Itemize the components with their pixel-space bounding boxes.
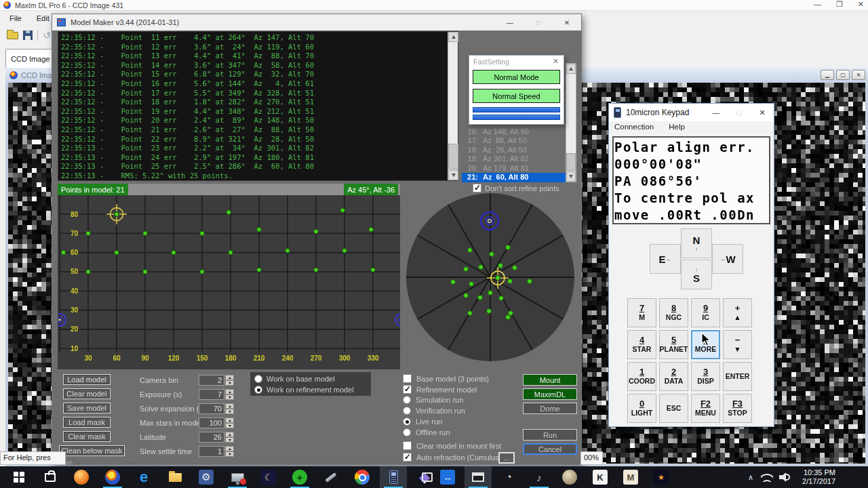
live-run-option[interactable]: Live run [403,418,442,426]
mount-button[interactable]: Mount [523,374,577,386]
key-enter[interactable]: ENTER [723,362,752,391]
spin-up[interactable] [225,403,234,409]
point-list-row[interactable]: 20:Az 179, Alt 81 [462,164,566,174]
log-scrollbar[interactable] [448,32,458,180]
cancel-button[interactable]: Cancel [523,443,577,455]
dpad-n-key[interactable]: N↑ [681,228,712,258]
spin-up[interactable] [225,375,234,380]
radio-live-run[interactable] [403,418,411,426]
simulation-run-option[interactable]: Simulation run [403,396,463,404]
menu-file[interactable]: File [9,14,22,22]
maximdl-button[interactable]: MaximDL [523,388,577,400]
key-esc[interactable]: ESC [659,394,688,423]
dont-sort-checkbox[interactable] [473,184,481,192]
spin-down[interactable] [225,409,234,414]
spin-down[interactable] [225,380,234,386]
keypad-menu-help[interactable]: Help [669,123,685,131]
latitude-spinner[interactable] [225,432,234,443]
radio-offline-run[interactable] [403,428,411,436]
spin-down[interactable] [225,437,234,443]
dpad-e-key[interactable]: E ← [650,244,681,274]
azalt-scatter-chart[interactable]: 1020304050607080306090120150180210240270… [58,184,400,369]
key-8-ngc[interactable]: 8NGC [659,298,688,327]
key-[interactable]: −▼ [723,330,752,359]
key-2-data[interactable]: 2DATA [659,362,688,391]
keypad-minimize-button[interactable]: — [705,104,728,121]
clear-model-button[interactable]: Clear model [63,388,111,399]
point-list-row[interactable]: 19:Az 301, Alt 82 [462,155,566,164]
normal-mode-button[interactable]: Normal Mode [473,70,560,84]
radio-simulation-run[interactable] [403,396,411,404]
key-5-planet[interactable]: 5PLANET [659,330,688,359]
auto-refraction-more-button[interactable]: ... [498,452,515,464]
key-0-light[interactable]: 0LIGHT [627,394,656,423]
spin-down[interactable] [225,451,234,457]
log-scroll-thumb[interactable] [448,144,458,169]
slew-settle-time-spinner[interactable] [225,446,234,457]
spin-up[interactable] [225,389,234,394]
spin-down[interactable] [225,394,234,400]
checkbox-base-model-3-points[interactable] [403,374,412,383]
slew-settle-time-input[interactable]: 1 [199,446,224,457]
polar-sky-view[interactable] [405,192,576,363]
camera-bin-spinner[interactable] [225,375,234,386]
base-model-3-points-option[interactable]: Base model (3 points) [403,374,489,383]
radio-button[interactable] [254,375,262,383]
clear-model-in-mount-first-option[interactable]: Clear model in mount first [403,441,501,450]
load-mask-button[interactable]: Load mask [63,417,111,428]
key-3-disp[interactable]: 3DISP [691,362,720,391]
key-f2-menu[interactable]: F2MENU [691,394,720,423]
load-model-button[interactable]: Load model [63,374,111,385]
keypad-menu-connection[interactable]: Connection [614,123,654,131]
point-list-row[interactable]: 16:Az 148, Alt 50 [462,127,566,137]
model-maker-titlebar[interactable]: Model Maker v3.44 (2014-01-31) — □ ✕ [52,14,581,30]
clear-mask-button[interactable]: Clear mask [63,431,111,442]
maxim-minimize-button[interactable]: — [814,0,821,9]
spin-up[interactable] [225,418,234,423]
checkbox-clear-model-in-mount-first[interactable] [403,441,412,450]
open-file-icon[interactable] [7,32,18,39]
point-list-scroll-up-button[interactable] [566,64,576,74]
undo-icon[interactable]: ↺ [43,30,51,41]
radio-button[interactable] [254,386,262,394]
checkbox-auto-refraction-cumulus[interactable] [403,453,412,462]
doc-minimize-button[interactable]: ▁ [821,70,834,80]
keypad-close-button[interactable]: ✕ [751,104,774,121]
log-scroll-up-button[interactable] [448,32,458,42]
action-center-icon[interactable] [0,472,861,482]
exposure-s-input[interactable]: 7 [199,389,224,400]
key-[interactable]: +▲ [723,298,752,327]
max-stars-in-model-spinner[interactable] [225,418,234,428]
verification-run-option[interactable]: Verification run [403,407,465,415]
dont-sort-refine-points-option[interactable]: Don't sort refine points [473,184,559,192]
solve-expansion-input[interactable]: 70 [199,403,224,414]
spin-up[interactable] [225,446,234,451]
auto-load-model-option[interactable]: Auto load model/s and mask [63,461,170,465]
keypad-titlebar[interactable]: 10micron Keypad — □ ✕ [609,104,774,121]
normal-speed-button[interactable]: Normal Speed [473,89,560,103]
maxim-close-button[interactable]: ✕ [858,0,864,9]
work-on-refinement-model-option[interactable]: Work on refinement model [254,386,354,394]
work-on-base-model-option[interactable]: Work on base model [254,375,335,383]
checkbox-refinement-model[interactable] [403,385,412,394]
point-list-row[interactable]: 18:Az 28, Alt 50 [462,146,566,155]
menu-edit[interactable]: Edit [37,14,50,22]
doc-maximize-button[interactable]: ▢ [836,70,850,80]
max-stars-in-model-input[interactable]: 100 [199,418,224,428]
point-list-scrollbar[interactable] [566,63,576,182]
exposure-s-spinner[interactable] [225,389,234,400]
key-1-coord[interactable]: 1COORD [627,362,656,391]
key-9-ic[interactable]: 9IC [691,298,720,327]
point-list-row[interactable]: 17:Az 88, Alt 50 [462,136,566,146]
spin-down[interactable] [225,423,234,428]
radio-verification-run[interactable] [403,407,411,415]
save-file-icon[interactable] [23,30,33,40]
refinement-model-option[interactable]: Refinement model [403,385,477,394]
key-7-m[interactable]: 7M [627,298,656,327]
dpad-s-key[interactable]: ↓S [681,260,712,289]
key-4-star[interactable]: 4STAR [627,330,656,359]
point-list-row[interactable]: 21:Az 60, Alt 80 [462,173,566,182]
offline-run-option[interactable]: Offline run [403,428,450,436]
maxim-restore-button[interactable]: ❐ [836,0,843,9]
camera-bin-input[interactable]: 2 [199,375,224,386]
